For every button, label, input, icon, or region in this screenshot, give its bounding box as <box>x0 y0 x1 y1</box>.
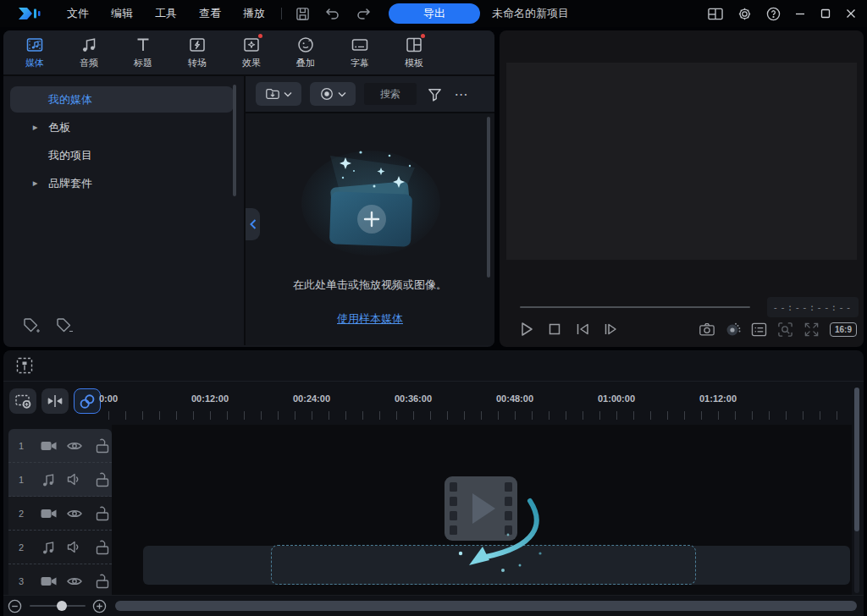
transition-icon <box>188 36 207 54</box>
timeline-horizontal-scrollbar[interactable] <box>115 601 857 611</box>
help-icon[interactable] <box>765 6 781 21</box>
menu-edit[interactable]: 编辑 <box>100 0 144 27</box>
snapshot-camera-icon[interactable] <box>699 321 715 338</box>
manage-tracks-button[interactable] <box>9 388 36 414</box>
layout-icon[interactable] <box>708 6 723 21</box>
tab-label: 效果 <box>242 57 261 69</box>
track-number: 2 <box>19 509 32 519</box>
link-clips-button[interactable] <box>74 388 101 414</box>
tab-transitions[interactable]: 转场 <box>170 30 224 74</box>
lock-open-icon[interactable] <box>94 505 112 522</box>
mute-speaker-icon[interactable] <box>65 539 83 556</box>
tab-media[interactable]: 媒体 <box>8 30 62 74</box>
audio-icon <box>80 36 98 54</box>
chevron-right-icon[interactable]: ▶ <box>33 179 38 187</box>
more-options-icon[interactable]: ⋯ <box>452 85 471 103</box>
sidebar-item-color-boards[interactable]: ▶ 色板 <box>10 114 234 140</box>
sidebar-item-label: 我的项目 <box>48 148 92 163</box>
sidebar-item-my-projects[interactable]: 我的项目 <box>10 142 234 168</box>
render-preview-icon[interactable] <box>725 321 742 338</box>
timeline-vertical-scrollbar[interactable] <box>854 388 859 593</box>
collapse-panel-handle[interactable] <box>246 208 260 240</box>
add-tag-icon[interactable] <box>22 316 41 335</box>
scrollbar-thumb[interactable] <box>854 388 859 531</box>
track-header-video-3[interactable]: 3 <box>8 564 112 595</box>
zoom-out-button[interactable] <box>8 598 23 613</box>
media-browser-scrollbar[interactable] <box>487 117 490 278</box>
track-header-video-1[interactable]: 1 <box>8 429 112 463</box>
undo-icon[interactable] <box>325 6 340 21</box>
menu-play[interactable]: 播放 <box>232 0 276 27</box>
title-text-icon <box>134 36 152 54</box>
minimize-button[interactable] <box>787 0 813 27</box>
aspect-ratio-button[interactable]: 16:9 <box>830 322 857 337</box>
zoom-slider-thumb[interactable] <box>57 601 67 611</box>
zoom-fit-icon[interactable] <box>777 321 794 338</box>
sidebar-item-label: 品牌套件 <box>48 176 92 191</box>
filter-funnel-icon[interactable] <box>425 85 444 103</box>
visibility-eye-icon[interactable] <box>65 437 83 454</box>
visibility-eye-icon[interactable] <box>65 573 83 590</box>
split-clip-button[interactable] <box>41 388 69 414</box>
tab-label: 音频 <box>80 57 98 69</box>
chevron-right-icon[interactable]: ▶ <box>33 124 38 131</box>
settings-gear-icon[interactable] <box>737 6 752 21</box>
tab-effects[interactable]: 效果 <box>224 30 279 74</box>
tab-templates[interactable]: 模板 <box>387 30 441 74</box>
timeline-toolzone: 0:00 00:12:00 00:24:00 00:36:00 00:48:00… <box>3 382 864 425</box>
menu-tools[interactable]: 工具 <box>144 0 188 27</box>
marker-list-icon[interactable] <box>751 321 768 338</box>
lock-open-icon[interactable] <box>94 437 112 454</box>
sidebar-item-label: 色板 <box>48 120 70 135</box>
media-icon <box>25 36 44 54</box>
timeline-view-icon[interactable] <box>14 355 36 377</box>
visibility-eye-icon[interactable] <box>65 505 83 522</box>
lock-open-icon[interactable] <box>94 539 112 556</box>
redo-icon[interactable] <box>356 6 371 21</box>
close-button[interactable] <box>838 0 864 27</box>
search-input[interactable] <box>364 83 417 105</box>
tab-audio[interactable]: 音频 <box>62 30 116 74</box>
lock-open-icon[interactable] <box>94 471 112 488</box>
tab-subtitles[interactable]: 字幕 <box>333 30 387 74</box>
record-button[interactable] <box>310 82 356 106</box>
fullscreen-icon[interactable] <box>803 321 820 338</box>
timeline-content[interactable] <box>112 425 852 595</box>
zoom-in-button[interactable] <box>92 598 108 613</box>
project-title: 未命名的新项目 <box>492 6 569 21</box>
import-button[interactable] <box>256 82 301 106</box>
ruler-label: 00:24:00 <box>293 393 330 404</box>
save-icon[interactable] <box>295 6 310 21</box>
tab-label: 字幕 <box>351 57 369 69</box>
use-sample-media-link[interactable]: 使用样本媒体 <box>337 311 403 327</box>
media-empty-state[interactable]: 在此处单击或拖放视频或图像。 使用样本媒体 <box>246 113 494 345</box>
asset-panel: 媒体 音频 标题 <box>3 30 494 347</box>
remove-tag-icon[interactable] <box>55 316 74 335</box>
sidebar-scrollbar[interactable] <box>233 85 236 196</box>
chevron-left-icon <box>250 219 257 229</box>
previous-frame-button[interactable] <box>574 321 591 338</box>
lock-open-icon[interactable] <box>94 573 112 590</box>
timeline-ruler[interactable] <box>108 411 852 420</box>
media-browser: ⋯ <box>246 76 494 345</box>
menu-file[interactable]: 文件 <box>56 0 100 27</box>
export-button[interactable]: 导出 <box>389 3 480 24</box>
tab-titles[interactable]: 标题 <box>116 30 170 74</box>
next-frame-button[interactable] <box>602 321 619 338</box>
seek-bar[interactable] <box>520 306 750 308</box>
tab-label: 标题 <box>134 57 152 69</box>
video-track-icon <box>40 573 58 590</box>
tab-overlays[interactable]: 叠加 <box>279 30 333 74</box>
timeline-bottom-bar <box>3 595 864 616</box>
track-header-audio-1[interactable]: 1 <box>8 463 112 497</box>
track-header-audio-2[interactable]: 2 <box>8 531 112 564</box>
menu-view[interactable]: 查看 <box>188 0 232 27</box>
track-header-video-2[interactable]: 2 <box>8 497 112 531</box>
sidebar-item-brand-kit[interactable]: ▶ 品牌套件 <box>10 170 234 196</box>
sidebar-item-my-media[interactable]: 我的媒体 <box>10 86 234 113</box>
chevron-down-icon <box>338 91 346 97</box>
play-button[interactable] <box>518 321 535 338</box>
maximize-button[interactable] <box>813 0 838 27</box>
stop-button[interactable] <box>546 321 563 338</box>
mute-speaker-icon[interactable] <box>65 471 83 488</box>
